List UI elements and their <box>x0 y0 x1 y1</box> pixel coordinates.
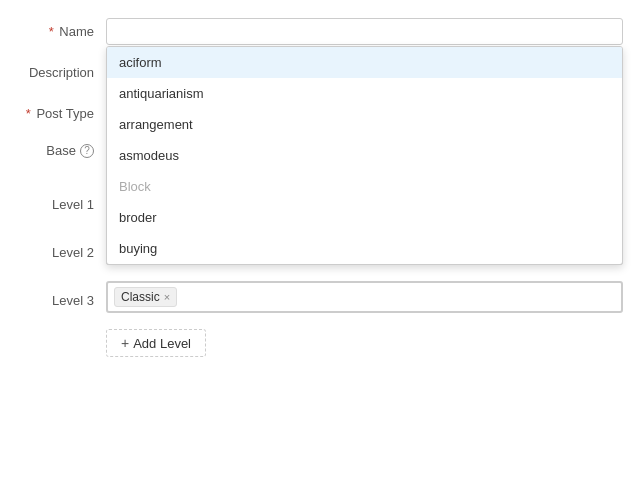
add-level-label: Add Level <box>133 336 191 351</box>
tag-label: Classic <box>121 290 160 304</box>
add-level-field: + Add Level <box>106 329 623 357</box>
name-row: * Name aciformantiquarianismarrangementa… <box>0 10 639 53</box>
dropdown-item[interactable]: broder <box>107 202 622 233</box>
tag: Classic× <box>114 287 177 307</box>
name-input[interactable] <box>106 18 623 45</box>
dropdown-item[interactable]: arrangement <box>107 109 622 140</box>
dropdown-item[interactable]: antiquarianism <box>107 78 622 109</box>
name-required: * <box>49 24 54 39</box>
level3-field: Classic× <box>106 281 623 313</box>
base-label-container: Base ? <box>16 137 106 158</box>
name-label: * Name <box>16 18 106 39</box>
description-label: Description <box>16 61 106 80</box>
dropdown-item: Block <box>107 171 622 202</box>
add-level-row: + Add Level <box>0 321 639 365</box>
name-field: aciformantiquarianismarrangementasmodeus… <box>106 18 623 45</box>
post-type-label: * Post Type <box>16 100 106 121</box>
dropdown-item[interactable]: asmodeus <box>107 140 622 171</box>
dropdown-item[interactable]: buying <box>107 233 622 264</box>
level1-label: Level 1 <box>16 191 106 212</box>
name-dropdown: aciformantiquarianismarrangementasmodeus… <box>106 46 623 265</box>
dropdown-item[interactable]: aciform <box>107 47 622 78</box>
form-container: * Name aciformantiquarianismarrangementa… <box>0 0 639 375</box>
level2-label: Level 2 <box>16 239 106 260</box>
level3-tags-input[interactable]: Classic× <box>106 281 623 313</box>
plus-icon: + <box>121 335 129 351</box>
add-level-spacer <box>16 329 106 335</box>
post-type-required: * <box>26 106 31 121</box>
level3-label: Level 3 <box>16 287 106 308</box>
add-level-button[interactable]: + Add Level <box>106 329 206 357</box>
base-help-icon[interactable]: ? <box>80 144 94 158</box>
level3-row: Level 3 Classic× <box>0 273 639 321</box>
tag-remove-button[interactable]: × <box>164 292 170 303</box>
